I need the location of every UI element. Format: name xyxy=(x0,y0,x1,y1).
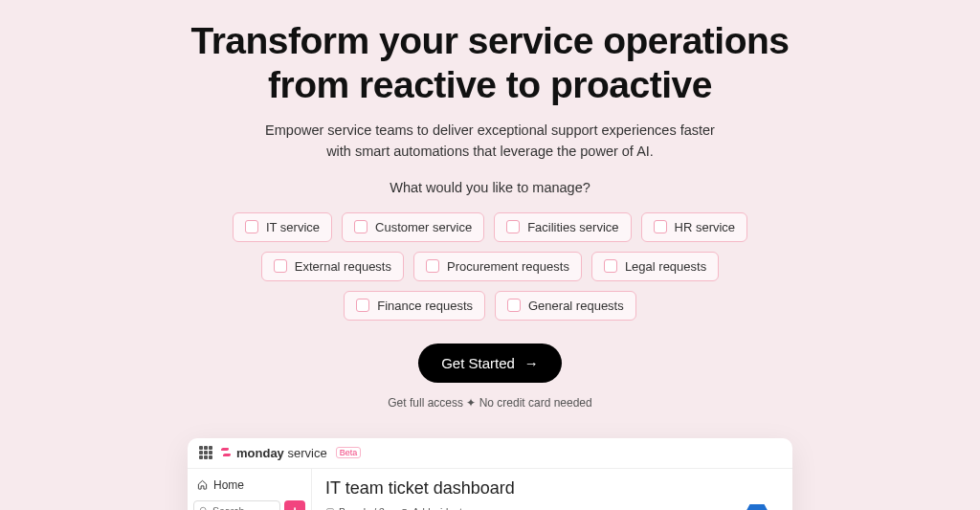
apps-grid-icon[interactable] xyxy=(199,446,212,459)
category-chip[interactable]: Customer service xyxy=(342,212,484,242)
monday-logo-icon xyxy=(220,446,232,459)
chip-label: Customer service xyxy=(375,220,472,234)
category-chip[interactable]: Facilities service xyxy=(494,212,631,242)
fineprint: Get full access ✦ No credit card needed xyxy=(0,396,980,410)
chip-label: Procurement requests xyxy=(447,259,569,274)
chip-label: HR service xyxy=(675,220,736,234)
checkbox-icon xyxy=(356,299,369,312)
search-icon xyxy=(199,506,209,510)
category-chip[interactable]: External requests xyxy=(261,252,404,281)
category-chips: IT serviceCustomer serviceFacilities ser… xyxy=(193,212,787,321)
cta-label: Get Started xyxy=(441,355,515,371)
chip-label: IT service xyxy=(266,220,320,234)
checkbox-icon xyxy=(426,259,439,273)
app-topbar: monday service Beta xyxy=(188,438,792,469)
hero-title-line2: from reactive to proactive xyxy=(268,64,712,105)
search-input[interactable]: Search xyxy=(193,500,280,510)
chip-label: Legal requests xyxy=(625,259,706,274)
layers-icon xyxy=(325,507,335,510)
beta-badge: Beta xyxy=(336,447,362,458)
brand: monday service Beta xyxy=(220,446,361,460)
dashboard-title: IT team ticket dashboard xyxy=(325,478,779,499)
chip-label: General requests xyxy=(528,299,624,313)
hero-subtitle: Empower service teams to deliver excepti… xyxy=(0,121,980,163)
sidebar-item-home[interactable]: Home xyxy=(193,475,305,496)
category-chip[interactable]: General requests xyxy=(495,291,636,321)
chip-label: Facilities service xyxy=(527,220,618,234)
checkbox-icon xyxy=(506,220,520,233)
boards-count[interactable]: Boards / 3 xyxy=(325,506,385,510)
checkbox-icon xyxy=(245,220,258,233)
app-preview: monday service Beta Home Search + IT Ana… xyxy=(188,438,792,510)
hero-title-line1: Transform your service operations xyxy=(190,20,789,61)
home-icon xyxy=(197,479,208,490)
app-main: IT team ticket dashboard Boards / 3 ⊕ Ad… xyxy=(312,469,792,510)
hero-prompt: What would you like to manage? xyxy=(0,180,980,195)
category-chip[interactable]: IT service xyxy=(233,212,332,242)
checkbox-icon xyxy=(354,220,368,233)
checkbox-icon xyxy=(274,259,287,273)
category-chip[interactable]: HR service xyxy=(641,212,748,242)
checkbox-icon xyxy=(507,299,521,312)
category-chip[interactable]: Finance requests xyxy=(344,291,485,321)
checkbox-icon xyxy=(654,220,667,233)
get-started-button[interactable]: Get Started → xyxy=(418,344,562,383)
category-chip[interactable]: Procurement requests xyxy=(413,252,582,281)
add-button[interactable]: + xyxy=(284,500,305,510)
outlook-badge xyxy=(743,503,771,510)
hero-title: Transform your service operations from r… xyxy=(0,19,980,107)
add-widget-button[interactable]: ⊕ Add widget xyxy=(400,506,462,510)
sidebar: Home Search + IT Analytics dashboard Tic… xyxy=(188,469,312,510)
arrow-right-icon: → xyxy=(524,355,539,371)
category-chip[interactable]: Legal requests xyxy=(591,252,719,281)
checkbox-icon xyxy=(604,259,617,273)
plus-icon: ⊕ xyxy=(400,506,409,510)
chip-label: External requests xyxy=(295,259,391,274)
outlook-icon xyxy=(743,503,771,510)
chip-label: Finance requests xyxy=(377,299,473,313)
